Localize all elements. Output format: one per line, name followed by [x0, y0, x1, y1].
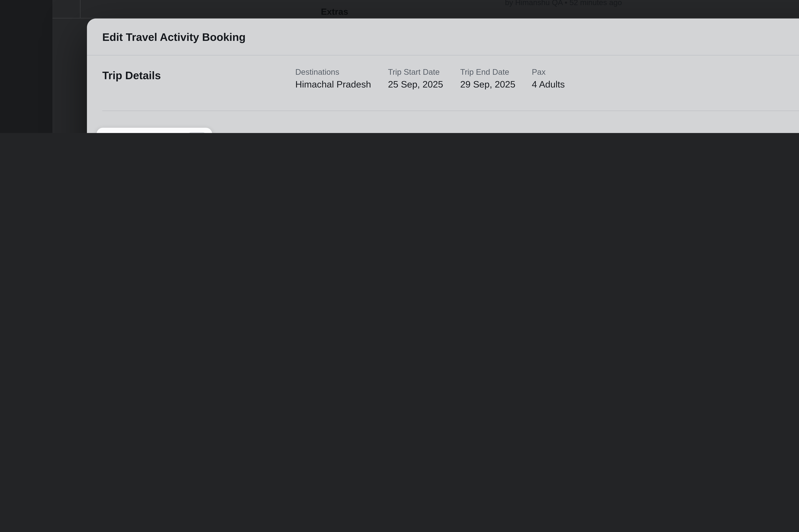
- modal-title: Edit Travel Activity Booking: [102, 31, 246, 44]
- destinations-value: Himachal Pradesh: [295, 79, 371, 90]
- destinations-label: Destinations: [295, 68, 339, 77]
- screen: Extras by Himanshu QA • 52 minutes ago B…: [0, 0, 799, 133]
- trip-start-value: 25 Sep, 2025: [388, 79, 443, 90]
- trip-end-value: 29 Sep, 2025: [460, 79, 515, 90]
- trip-details-heading: Trip Details: [102, 70, 161, 82]
- pax-label: Pax: [532, 68, 546, 77]
- divider: [87, 55, 799, 56]
- trip-start-label: Trip Start Date: [388, 68, 440, 77]
- byline: by Himanshu QA • 52 minutes ago: [505, 0, 622, 7]
- pax-value: 4 Adults: [532, 79, 565, 90]
- divider: [102, 111, 799, 111]
- left-sidebar: [0, 0, 52, 133]
- divider: [80, 0, 80, 18]
- extras-heading: Extras: [321, 6, 348, 17]
- trip-end-label: Trip End Date: [460, 68, 509, 77]
- edit-travel-activity-booking-modal: Edit Travel Activity Booking Trip Detail…: [87, 19, 799, 133]
- day-selector-chip[interactable]: Thursday, 25 Sep: [96, 128, 212, 133]
- edit-day-button[interactable]: [187, 132, 207, 133]
